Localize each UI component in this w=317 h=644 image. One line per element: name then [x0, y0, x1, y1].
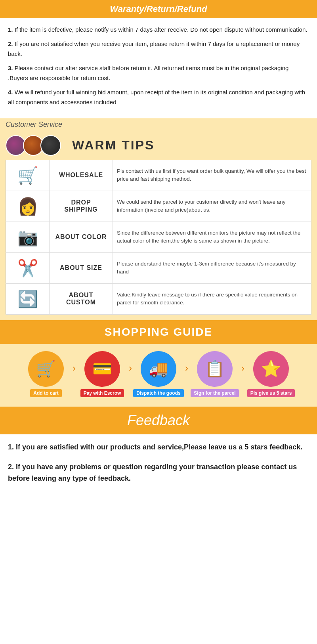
step-circle-4: ⭐ [253, 351, 289, 387]
customer-service-header: Customer Service [0, 118, 317, 131]
tips-icon-1: 👩 [6, 191, 50, 222]
shopping-guide-header: SHOPPING GUIDE [0, 320, 317, 344]
customer-service-label: Customer Service [6, 120, 62, 128]
arrow-2: › [129, 363, 132, 386]
tips-icon-2: 📷 [6, 222, 50, 252]
step-circle-0: 🛒 [28, 351, 64, 387]
step-label-1: Pay with Escrow [80, 389, 124, 397]
steps-row: 🛒 Add to cart › 💳 Pay with Escrow › 🚚 Di… [4, 351, 313, 397]
tips-row-0: 🛒 WHOLESALE Pls contact with us first if… [6, 160, 311, 191]
tips-label-4: ABOUT CUSTOM [50, 283, 113, 314]
tips-row-2: 📷 ABOUT COLOR Since the difference betwe… [6, 222, 311, 252]
step-circle-2: 🚚 [141, 351, 176, 387]
shopping-guide-section: SHOPPING GUIDE 🛒 Add to cart › 💳 Pay wit… [0, 320, 317, 407]
step-label-3: Sign for the parcel [191, 389, 239, 397]
step-item-4: ⭐ Pls give us 5 stars [245, 351, 297, 397]
feedback-header: Feedback [0, 407, 317, 434]
step-circle-3: 📋 [197, 351, 233, 387]
warranty-item-1: 1. If the item is defective, please noti… [8, 25, 309, 35]
tips-label-3: ABOUT SIZE [50, 252, 113, 283]
tips-desc-0: Pls contact with us first if you want or… [113, 160, 311, 191]
warranty-item-4: 4. We will refund your full winning bid … [8, 87, 309, 107]
warranty-header: Waranty/Return/Refund [0, 0, 317, 18]
tips-icon-0: 🛒 [6, 160, 50, 191]
warm-tips-title: WARM TIPS [72, 138, 155, 153]
shopping-guide-content: 🛒 Add to cart › 💳 Pay with Escrow › 🚚 Di… [0, 344, 317, 407]
feedback-item-1: 1. If you are satisfied with our product… [8, 441, 309, 453]
tips-label-2: ABOUT COLOR [50, 222, 113, 252]
step-circle-1: 💳 [84, 351, 120, 387]
step-icon-1: 💳 [92, 359, 112, 378]
feedback-item-2: 2. If you have any problems or question … [8, 461, 309, 484]
warranty-body: 1. If the item is defective, please noti… [0, 18, 317, 118]
step-icon-3: 📋 [205, 359, 225, 378]
step-item-0: 🛒 Add to cart [20, 351, 72, 397]
deco-circle-3 [40, 135, 61, 156]
arrow-1: › [73, 363, 76, 386]
tips-table: 🛒 WHOLESALE Pls contact with us first if… [6, 160, 311, 315]
arrow-3: › [185, 363, 188, 386]
tips-row-3: ✂️ ABOUT SIZE Please understand there ma… [6, 252, 311, 283]
warm-tips-icons [6, 135, 61, 156]
step-icon-2: 🚚 [149, 359, 168, 378]
step-label-0: Add to cart [30, 389, 61, 397]
tips-desc-4: Value:Kindly leave message to us if ther… [113, 283, 311, 314]
feedback-section: Feedback 1. If you are satisfied with ou… [0, 407, 317, 503]
tips-row-1: 👩 DROP SHIPPING We could send the parcel… [6, 191, 311, 222]
tips-label-0: WHOLESALE [50, 160, 113, 191]
step-item-1: 💳 Pay with Escrow [76, 351, 128, 397]
step-icon-0: 🛒 [36, 359, 56, 378]
step-label-2: Dispatch the goods [133, 389, 183, 397]
warranty-item-3: 3. Please contact our after service staf… [8, 63, 309, 83]
warm-tips-section: WARM TIPS 🛒 WHOLESALE Pls contact with u… [0, 131, 317, 320]
tips-row-4: 🔄 ABOUT CUSTOM Value:Kindly leave messag… [6, 283, 311, 314]
warranty-section: Waranty/Return/Refund 1. If the item is … [0, 0, 317, 118]
step-item-2: 🚚 Dispatch the goods [133, 351, 184, 397]
tips-icon-4: 🔄 [6, 283, 50, 314]
tips-desc-1: We could send the parcel to your custome… [113, 191, 311, 222]
warm-tips-header: WARM TIPS [6, 135, 311, 156]
arrow-4: › [241, 363, 244, 386]
feedback-body: 1. If you are satisfied with our product… [0, 434, 317, 503]
tips-desc-3: Please understand there maybe 1-3cm diff… [113, 252, 311, 283]
step-label-4: Pls give us 5 stars [247, 389, 295, 397]
warranty-item-2: 2. If you are not satisfied when you rec… [8, 39, 309, 59]
tips-label-1: DROP SHIPPING [50, 191, 113, 222]
tips-desc-2: Since the difference between different m… [113, 222, 311, 252]
tips-icon-3: ✂️ [6, 252, 50, 283]
step-item-3: 📋 Sign for the parcel [189, 351, 241, 397]
step-icon-4: ⭐ [261, 359, 281, 378]
